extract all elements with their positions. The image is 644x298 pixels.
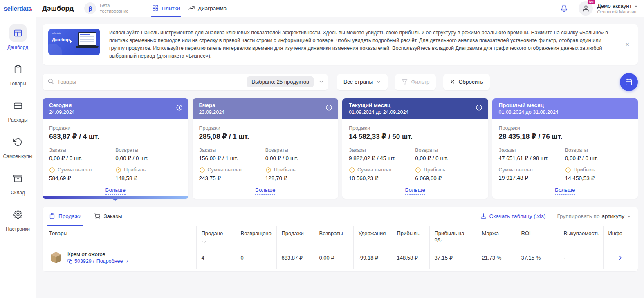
more-link[interactable]: Больше: [199, 187, 332, 193]
tab-sales[interactable]: Продажи: [49, 207, 81, 226]
card-period: 24.09.2024: [49, 109, 182, 115]
row-expand-chevron[interactable]: [608, 255, 633, 261]
play-icon: [70, 40, 72, 44]
page-title: Дэшборд: [42, 0, 74, 17]
selected-card-indicator: [43, 196, 188, 199]
details-link[interactable]: Подробнее: [96, 258, 123, 264]
payout-value: 243,75 ₽: [199, 175, 265, 181]
calendar-icon: [625, 78, 633, 86]
rotate-ccw-icon: [9, 133, 27, 151]
more-link[interactable]: Больше: [349, 187, 482, 193]
product-search[interactable]: Выбрано: 25 продуктов: [43, 74, 328, 90]
chevron-down-icon: [376, 80, 381, 85]
sidebar-item-dashboard[interactable]: Дэшборд: [0, 24, 36, 50]
card-last-month[interactable]: Прошлый месяц 01.08.2024 до 31.08.2024 П…: [492, 98, 638, 199]
more-link[interactable]: Больше: [49, 187, 182, 193]
countries-dropdown[interactable]: Все страны: [337, 74, 388, 90]
profit-value: 6 069,60 ₽: [415, 175, 481, 181]
cell-sold: 4: [196, 247, 236, 269]
sidebar-item-selfbuyouts[interactable]: Самовыкупы: [0, 133, 36, 159]
notifications-bell-icon[interactable]: [560, 4, 568, 12]
video-thumbnail[interactable]: sellerdata Дэшбор ··· ·· ····: [48, 29, 100, 55]
tab-tiles[interactable]: Плитки: [148, 0, 184, 17]
card-period: 01.09.2024 до 24.09.2024: [349, 109, 482, 115]
warning-icon: [349, 167, 355, 173]
table-row[interactable]: Крем от ожогов 503929 / Подробнее: [43, 247, 638, 269]
card-yesterday[interactable]: Вчера 23.09.2024 Продажи 285,08 ₽ / 1 шт…: [193, 98, 339, 199]
col-sales[interactable]: Продажи: [276, 226, 314, 247]
search-input[interactable]: [57, 79, 247, 85]
grid-icon: [152, 4, 159, 12]
warning-icon: [115, 167, 121, 173]
cell-roi: 37,15 %: [516, 247, 559, 269]
main-content: sellerdata Дэшбор ··· ·· ···· Используйт…: [36, 17, 644, 298]
tab-chart[interactable]: Диаграмма: [184, 0, 231, 17]
info-icon[interactable]: [325, 104, 332, 111]
card-today[interactable]: Сегодня 24.09.2024 Продажи 683,87 ₽ / 4 …: [43, 98, 188, 199]
sidebar-item-warehouse[interactable]: Склад: [0, 170, 36, 196]
col-returns[interactable]: Возвраты: [314, 226, 353, 247]
returns-value: 0,00 ₽ / 0 шт.: [565, 155, 631, 161]
reset-button[interactable]: Сбросить: [443, 74, 489, 90]
app-logo[interactable]: sellerdata: [0, 0, 36, 17]
download-table-link[interactable]: Скачать таблицу (.xls): [480, 213, 546, 219]
info-icon[interactable]: [176, 104, 183, 111]
calendar-fab-button[interactable]: [620, 73, 638, 91]
card-current-month[interactable]: Текущий месяц 01.09.2024 до 24.09.2024 П…: [342, 98, 488, 199]
payout-value: 19 917,48 ₽: [499, 174, 565, 181]
laptop-graphic: [76, 32, 99, 48]
table-header-row: Товары Продано Возвращено Продажи Возвра…: [43, 226, 638, 247]
col-sold[interactable]: Продано: [196, 226, 236, 247]
sidebar: Дэшборд Товары Расходы Самовыкупы Склад …: [0, 17, 36, 298]
beta-badge: β Бета тестирование: [84, 0, 134, 17]
sales-value: 28 435,18 ₽ / 76 шт.: [499, 132, 632, 141]
payout-value: 584,69 ₽: [49, 175, 115, 181]
col-buyout[interactable]: Выкупаемость: [559, 226, 603, 247]
chevron-down-icon[interactable]: [319, 79, 324, 85]
col-profit[interactable]: Прибыль: [392, 226, 429, 247]
cell-profit: 148,58 ₽: [392, 247, 429, 269]
payout-value: 10 560,23 ₽: [349, 175, 415, 181]
products-table: Товары Продано Возвращено Продажи Возвра…: [43, 226, 638, 269]
group-by-dropdown[interactable]: Группировать по артикулу: [557, 213, 631, 219]
orders-value: 156,00 ₽ / 1 шт.: [199, 155, 265, 161]
sales-value: 285,08 ₽ / 1 шт.: [199, 132, 332, 141]
filter-button[interactable]: Фильтр: [395, 74, 436, 90]
col-roi[interactable]: ROI: [516, 226, 559, 247]
product-sku-link[interactable]: 503929 / Подробнее: [67, 258, 129, 264]
download-icon: [480, 213, 487, 219]
selected-products-chip[interactable]: Выбрано: 25 продуктов: [247, 76, 314, 87]
warning-icon: [415, 167, 421, 173]
sidebar-item-products[interactable]: Товары: [0, 61, 36, 87]
top-bar: sellerdata Дэшборд β Бета тестирование П…: [0, 0, 644, 17]
card-title: Прошлый месяц: [499, 102, 632, 108]
warning-icon: [265, 167, 272, 173]
avatar: WB: [579, 1, 593, 16]
logo-dot: [30, 9, 32, 11]
col-returned[interactable]: Возвращено: [236, 226, 276, 247]
sidebar-item-settings[interactable]: Настройки: [0, 206, 36, 232]
info-icon[interactable]: [476, 104, 482, 111]
cell-sales: 683,87 ₽: [276, 247, 314, 269]
col-products: Товары: [43, 226, 196, 247]
profit-value: 148,58 ₽: [115, 175, 182, 181]
warning-icon: [565, 167, 571, 173]
col-margin[interactable]: Маржа: [477, 226, 516, 247]
card-period: 23.09.2024: [199, 109, 332, 115]
close-icon[interactable]: ✕: [622, 40, 632, 49]
col-info: Инфо: [603, 226, 638, 247]
col-profit-per-unit[interactable]: Прибыль на ед.: [429, 226, 477, 247]
card-title: Текущий месяц: [349, 102, 482, 108]
chevron-down-icon: [626, 214, 631, 219]
more-link[interactable]: Больше: [499, 187, 632, 193]
tab-orders[interactable]: Заказы: [94, 207, 122, 226]
cell-returns: 0,00 ₽: [314, 247, 353, 269]
marketplace-badge: WB: [587, 0, 595, 4]
col-deductions[interactable]: Удержания: [353, 226, 392, 247]
account-menu[interactable]: WB Демо аккаунт Основной Магазин: [579, 1, 638, 16]
sales-value: 683,87 ₽ / 4 шт.: [49, 132, 182, 141]
cell-margin: 21,73 %: [477, 247, 516, 269]
card-title: Вчера: [199, 102, 332, 108]
chevron-right-icon: [125, 259, 129, 263]
sidebar-item-expenses[interactable]: Расходы: [0, 97, 36, 123]
